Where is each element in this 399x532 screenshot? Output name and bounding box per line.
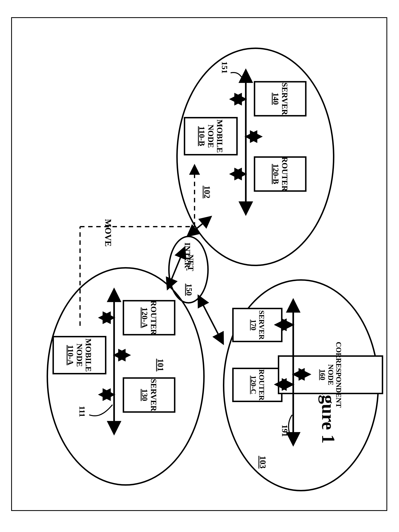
lan-103-ref: 103 [258, 456, 268, 469]
server-170: SERVER 170 [232, 308, 282, 342]
router-120a-ref: 120-A [140, 307, 149, 328]
server-140-title: SERVER [280, 82, 289, 115]
router-120c: ROUTER 120-C [232, 368, 282, 402]
mobile-node-110a-ref: 110-A [66, 345, 75, 365]
router-120b-title: ROUTER [280, 157, 289, 191]
mobile-node-110a-title1: MOBILE [84, 339, 93, 372]
internet-text2: NET [186, 254, 196, 271]
bus-191-ref: 191 [280, 425, 290, 437]
router-120a-title: ROUTER [149, 300, 158, 335]
cn-ref: 160 [319, 369, 327, 380]
router-120b-ref: 120-B [271, 164, 280, 184]
router-120b: ROUTER 120-B [254, 156, 307, 192]
lan-102-ref: 102 [202, 186, 212, 198]
cn-title2: NODE [327, 364, 334, 385]
mobile-node-110b-title2: NODE [206, 124, 215, 148]
mobile-node-110a-title2: NODE [75, 343, 84, 367]
bus-151-ref: 151 [220, 62, 229, 74]
server-140-ref: 140 [271, 93, 280, 105]
router-120a: ROUTER 120-A [123, 300, 176, 336]
server-170-ref: 170 [249, 320, 257, 330]
mobile-node-110b-ref: 110-B [197, 126, 206, 146]
server-130: SERVER 130 [123, 377, 176, 413]
server-170-title: SERVER [257, 310, 265, 340]
router-120c-title: ROUTER [257, 369, 265, 400]
server-130-title: SERVER [149, 379, 158, 412]
bus-111-ref: 111 [77, 406, 87, 417]
lan-101-ref: 101 [156, 359, 165, 372]
move-label: MOVE [103, 219, 113, 247]
mobile-node-110b: MOBILE NODE 110-B [184, 117, 238, 155]
internet-ref: 150 [184, 284, 194, 296]
server-130-ref: 130 [140, 389, 149, 401]
correspondent-node-160: CORRESPONDENT NODE 160 [278, 355, 383, 394]
cn-title1: CORRESPONDENT [334, 342, 343, 408]
mobile-node-110a: MOBILE NODE 110-A [52, 336, 106, 374]
mobile-node-110b-title1: MOBILE [215, 120, 224, 153]
server-140: SERVER 140 [254, 81, 307, 117]
router-120c-ref: 120-C [249, 376, 257, 394]
